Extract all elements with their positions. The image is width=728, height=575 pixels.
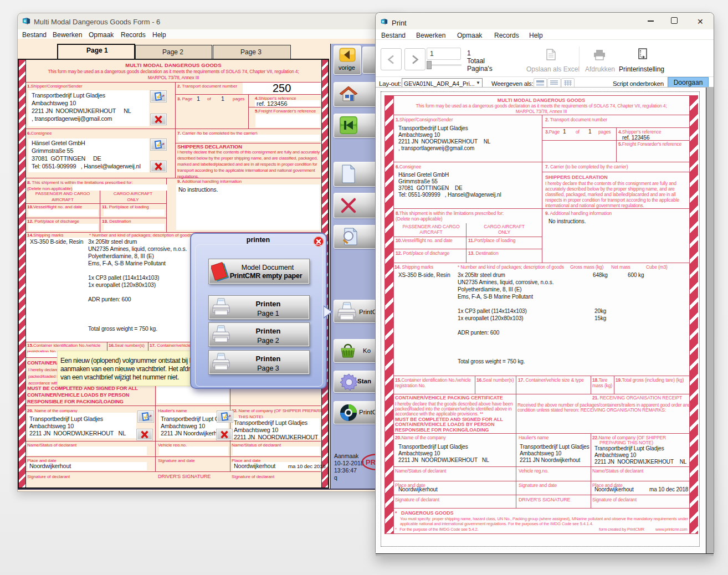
svg-text:PR: PR	[366, 458, 376, 466]
